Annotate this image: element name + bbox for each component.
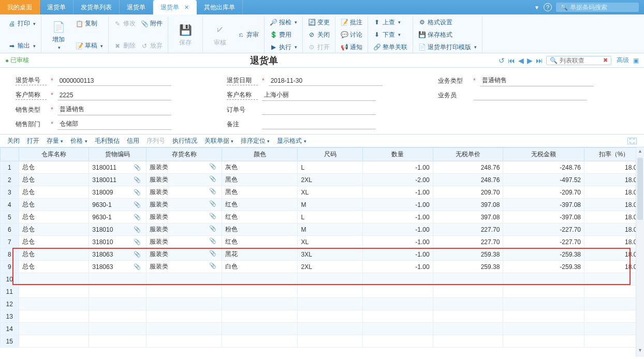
cell-qty[interactable]: -1.00	[362, 211, 433, 223]
grid-open-button[interactable]: 打开	[27, 137, 39, 145]
cell-item-code[interactable]	[89, 310, 147, 323]
cell-price[interactable]: 397.08	[433, 199, 503, 211]
cell-warehouse[interactable]: 总仓	[19, 223, 89, 236]
cell-qty[interactable]: -2.00	[362, 174, 433, 186]
cell-color[interactable]: 粉色	[222, 223, 298, 236]
expand-grid-icon[interactable]: ⛶	[627, 138, 637, 144]
table-row[interactable]: 13	[1, 310, 644, 323]
table-row[interactable]: 7总仓318010📎服装类📎红色XL-1.00227.70-227.7018.0…	[1, 236, 644, 248]
cell-item-code[interactable]: 318009📎	[89, 186, 147, 199]
filter-input[interactable]	[560, 57, 601, 64]
cell-price[interactable]: 259.38	[433, 248, 503, 261]
cell-item-name[interactable]: 服装类📎	[147, 236, 222, 248]
cell-item-name[interactable]: 服装类📎	[147, 186, 222, 199]
cell-discount[interactable]: 18.00	[584, 199, 644, 211]
cell-color[interactable]: 黑花	[222, 248, 298, 261]
cell-color[interactable]: 黑色	[222, 186, 298, 199]
tab-return-2[interactable]: 退货单	[120, 0, 153, 14]
cell-item-code[interactable]: 3180011📎	[89, 161, 147, 174]
notify-button[interactable]: 📢通知	[341, 41, 362, 53]
prev-record-icon[interactable]: ◀	[518, 56, 524, 65]
last-record-icon[interactable]: ⏭	[536, 56, 543, 65]
cell-color[interactable]	[222, 273, 298, 286]
cell-discount[interactable]	[584, 310, 644, 323]
cell-color[interactable]	[222, 298, 298, 310]
barcode-search-input[interactable]	[570, 4, 635, 11]
cell-price[interactable]	[433, 323, 503, 335]
cell-item-name[interactable]	[147, 286, 222, 298]
tab-desktop[interactable]: 我的桌面	[0, 0, 40, 14]
cell-discount[interactable]: 18.00	[584, 248, 644, 261]
customer-short-value[interactable]: 2225	[57, 91, 171, 100]
cell-color[interactable]: 红色	[222, 211, 298, 223]
cell-warehouse[interactable]: 总仓	[19, 248, 89, 261]
cell-amount[interactable]: -259.38	[503, 248, 584, 261]
paperclip-icon[interactable]: 📎	[134, 189, 141, 196]
cell-qty[interactable]: -1.00	[362, 248, 433, 261]
col-discount[interactable]: 扣率（%）	[584, 148, 644, 161]
cell-amount[interactable]: -209.70	[503, 186, 584, 199]
cell-item-name[interactable]	[147, 273, 222, 286]
barcode-search[interactable]: 🔍	[556, 3, 639, 12]
cell-item-code[interactable]	[89, 286, 147, 298]
popout-icon[interactable]: ▣	[633, 57, 639, 64]
cell-item-code[interactable]: 3180011📎	[89, 174, 147, 186]
advanced-link[interactable]: 高级	[617, 56, 629, 65]
audit-button[interactable]: 🗸审核	[208, 17, 232, 53]
unaudit-button[interactable]: ⎌弃审	[237, 31, 259, 39]
paperclip-icon[interactable]: 📎	[209, 225, 216, 232]
cell-amount[interactable]: -497.52	[503, 174, 584, 186]
cell-price[interactable]	[433, 298, 503, 310]
cell-amount[interactable]	[503, 286, 584, 298]
paperclip-icon[interactable]: 📎	[134, 263, 141, 270]
cell-item-code[interactable]	[89, 323, 147, 335]
cell-price[interactable]: 259.38	[433, 261, 503, 273]
cell-size[interactable]: M	[298, 199, 362, 211]
cell-discount[interactable]: 18.00	[584, 186, 644, 199]
cell-price[interactable]: 248.76	[433, 161, 503, 174]
cell-item-name[interactable]	[147, 310, 222, 323]
order-no-value[interactable]: .	[262, 105, 376, 115]
cell-amount[interactable]: -259.38	[503, 261, 584, 273]
paperclip-icon[interactable]: 📎	[134, 176, 141, 183]
paperclip-icon[interactable]: 📎	[209, 163, 216, 170]
cell-color[interactable]: 灰色	[222, 161, 298, 174]
cell-qty[interactable]: -1.00	[362, 186, 433, 199]
save-format-button[interactable]: 💾保存格式	[418, 29, 477, 40]
col-item-name[interactable]: 存货名称	[147, 148, 222, 161]
paperclip-icon[interactable]: 📎	[209, 175, 216, 182]
data-grid[interactable]: 仓库名称 货物编码 存货名称 颜色 尺码 数量 无税单价 无税金额 扣率（%） …	[0, 147, 644, 348]
cell-size[interactable]	[298, 335, 362, 348]
grid-sort-button[interactable]: 排序定位 ▾	[241, 137, 270, 145]
cell-amount[interactable]	[503, 298, 584, 310]
cell-size[interactable]: XL	[298, 236, 362, 248]
edit-button[interactable]: ✎修改	[114, 19, 136, 28]
cell-price[interactable]: 227.70	[433, 223, 503, 236]
paperclip-icon[interactable]: 📎	[134, 251, 141, 258]
cell-discount[interactable]	[584, 286, 644, 298]
cell-amount[interactable]: -397.08	[503, 211, 584, 223]
link-all-button[interactable]: 🔗整单关联	[373, 41, 407, 53]
cell-discount[interactable]: 18.00	[584, 174, 644, 186]
discuss-button[interactable]: 💬讨论	[341, 29, 362, 40]
cell-item-code[interactable]	[89, 298, 147, 310]
col-warehouse[interactable]: 仓库名称	[19, 148, 89, 161]
customer-name-value[interactable]: 上海小丽	[262, 89, 376, 101]
cell-item-code[interactable]: 9630-1📎	[89, 199, 147, 211]
first-record-icon[interactable]: ⏮	[508, 56, 515, 65]
table-row[interactable]: 2总仓3180011📎服装类📎黑色2XL-2.00248.76-497.5218…	[1, 174, 644, 186]
cell-color[interactable]: 红色	[222, 236, 298, 248]
clear-icon[interactable]: ✖	[603, 57, 608, 64]
cell-discount[interactable]: 18.00	[584, 161, 644, 174]
cell-qty[interactable]: -1.00	[362, 236, 433, 248]
table-row[interactable]: 5总仓9630-1📎服装类📎红色L-1.00397.08-397.0818.00	[1, 211, 644, 223]
sale-type-value[interactable]: 普通销售	[57, 104, 171, 115]
help-icon[interactable]: ?	[544, 3, 552, 11]
grid-exec-button[interactable]: 执行情况	[172, 137, 197, 145]
table-row[interactable]: 1总仓3180011📎服装类📎灰色L-1.00248.76-248.7618.0…	[1, 161, 644, 174]
cell-warehouse[interactable]: 总仓	[19, 199, 89, 211]
cell-size[interactable]: 2XL	[298, 174, 362, 186]
cell-warehouse[interactable]	[19, 335, 89, 348]
cell-price[interactable]	[433, 310, 503, 323]
cell-amount[interactable]	[503, 310, 584, 323]
